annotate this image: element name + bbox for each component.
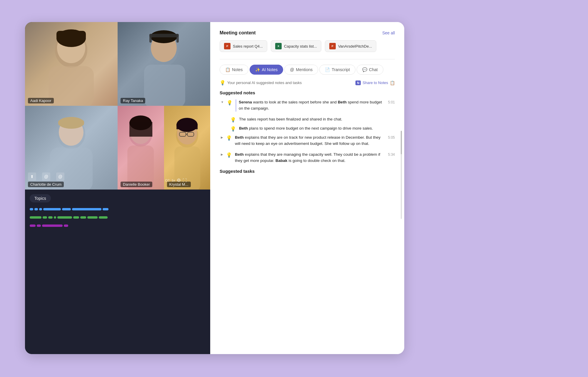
note-item-3: ▶ 💡 Beth explains that they are managing… [220, 152, 395, 164]
wave-segment [30, 208, 33, 210]
meeting-content-header: Meeting content See all [220, 30, 395, 36]
file-name-2: VanArsdelPitchDe... [338, 44, 372, 48]
tab-chat[interactable]: 💬 Chat [357, 65, 383, 75]
participant-silhouette-danielle [118, 106, 164, 190]
settings-icon[interactable]: ⚙ [177, 177, 181, 183]
tab-transcript[interactable]: 📄 Transcript [319, 65, 355, 75]
ai-notes-hint: 💡 Your personal AI suggested notes and t… [220, 80, 302, 86]
at-icon-2[interactable]: @ [56, 172, 64, 181]
svg-rect-1 [49, 66, 94, 106]
bulb-icon-3: 💡 [226, 152, 232, 158]
expand-icon-3[interactable]: ▶ [221, 153, 223, 156]
wave-segment [30, 224, 36, 227]
video-tile-krystal[interactable]: Krystal M... CC 1x ⚙ ⛶ [164, 106, 211, 190]
tab-chat-label: Chat [369, 67, 378, 72]
video-panel: Aadi Kapoor Ray Tanaka [25, 22, 210, 354]
meeting-content-title: Meeting content [220, 30, 256, 36]
note-text-3: Beth explains that they are managing the… [235, 152, 385, 164]
svg-rect-9 [149, 34, 179, 37]
wave-segment [43, 208, 61, 210]
note-text-2: Beth explains that they are on track for… [235, 135, 385, 147]
onenote-icon: N [355, 81, 361, 85]
wave-segment [43, 216, 47, 219]
video-grid: Aadi Kapoor Ray Tanaka [25, 22, 210, 190]
bulb-icon-2: 💡 [226, 135, 232, 141]
content-panel: Meeting content See all P Sales report Q… [210, 22, 404, 354]
waveform-row-blue [30, 207, 206, 211]
speed-label: 1x [171, 179, 175, 182]
svg-rect-10 [149, 34, 152, 43]
file-chip-0[interactable]: P Sales report Q4... [220, 40, 267, 52]
wave-segment [64, 224, 68, 227]
note-text-1-1: The sales report has been finalized and … [239, 116, 395, 123]
upload-icon[interactable]: ⬆ [28, 172, 36, 181]
video-tile-aadi[interactable]: Aadi Kapoor [25, 22, 118, 106]
topics-label: Topics [34, 196, 46, 201]
tab-ai-notes-label: AI Notes [262, 67, 278, 72]
notes-icon: 📋 [225, 67, 230, 72]
waveform-row-green [30, 215, 206, 220]
tab-ai-notes[interactable]: ✨ AI Notes [250, 65, 283, 75]
wave-segment [73, 216, 79, 219]
participant-name-aadi: Aadi Kapoor [28, 98, 54, 103]
note-item-1-1: 💡 The sales report has been finalized an… [220, 116, 395, 123]
fullscreen-icon[interactable]: ⛶ [183, 178, 187, 183]
note-time-3: 5:34 [388, 153, 395, 157]
ai-notes-hint-text: Your personal AI suggested notes and tas… [227, 81, 302, 85]
file-icon-xls-1: X [275, 43, 282, 49]
video-controls-area: Topics [25, 190, 210, 354]
wave-segment [39, 208, 42, 210]
wave-segment [57, 216, 72, 219]
wave-segment [80, 216, 86, 219]
wave-segment [30, 216, 41, 219]
video-tile-ray[interactable]: Ray Tanaka [118, 22, 210, 106]
file-name-1: Capacity stats list... [284, 44, 317, 48]
share-to-notes-label: Share to Notes [363, 81, 388, 85]
participant-name-danielle: Danielle Booker [121, 182, 152, 187]
files-row: P Sales report Q4... X Capacity stats li… [220, 40, 395, 52]
share-to-notes-button[interactable]: N Share to Notes 📋 [355, 81, 395, 85]
suggested-tasks-title: Suggested tasks [220, 169, 395, 174]
wave-segment [34, 208, 38, 210]
expand-icon-2[interactable]: ▶ [221, 136, 223, 139]
at-icon-1[interactable]: @ [42, 172, 50, 181]
tab-notes-label: Notes [232, 67, 243, 72]
video-tile-danielle[interactable]: Danielle Booker [118, 106, 164, 190]
divider [220, 59, 395, 59]
bulb-icon-1-2: 💡 [230, 126, 236, 132]
transcript-icon: 📄 [325, 67, 330, 72]
topics-bar[interactable]: Topics [30, 194, 51, 202]
participant-silhouette-ray [118, 22, 210, 106]
note-item-2: ▶ 💡 Beth explains that they are on track… [220, 135, 395, 147]
file-chip-1[interactable]: X Capacity stats list... [271, 40, 321, 52]
scrollbar-thumb[interactable] [401, 131, 402, 154]
file-chip-2[interactable]: P VanArsdelPitchDe... [325, 40, 376, 52]
note-text-1-2: Beth plans to spend more budget on the n… [239, 125, 395, 132]
participant-name-charlotte: Charlotte de Crum [28, 182, 64, 187]
svg-rect-4 [56, 31, 86, 40]
notes-scroll[interactable]: Suggested notes ▼ 💡 Serena wants to look… [220, 90, 395, 348]
see-all-link[interactable]: See all [382, 31, 395, 35]
note-time-2: 5:05 [388, 135, 395, 140]
tab-mentions[interactable]: @ Mentions [284, 65, 318, 75]
participant-silhouette-krystal [164, 106, 211, 190]
suggested-notes-title: Suggested notes [220, 90, 395, 95]
note-text-1: Serena wants to look at the sales report… [239, 100, 382, 110]
scrollbar-track [401, 131, 402, 219]
file-icon-ppt-2: P [329, 43, 336, 49]
mentions-icon: @ [290, 67, 294, 72]
note-group-1: ▼ 💡 Serena wants to look at the sales re… [220, 99, 395, 132]
tab-notes[interactable]: 📋 Notes [220, 65, 248, 75]
copy-icon: 📋 [390, 81, 395, 85]
bottom-controls-krystal: CC 1x ⚙ ⛶ [165, 177, 187, 183]
expand-icon-1[interactable]: ▼ [221, 100, 224, 104]
captions-icon[interactable]: CC [165, 179, 170, 182]
file-icon-ppt-0: P [224, 43, 230, 49]
wave-segment [103, 208, 108, 210]
svg-rect-21 [129, 122, 152, 137]
video-tile-charlotte[interactable]: Charlotte de Crum ⬆ @ @ [25, 106, 118, 190]
wave-segment [42, 224, 63, 227]
svg-rect-6 [144, 65, 185, 106]
wave-segment [99, 216, 108, 219]
file-name-0: Sales report Q4... [233, 44, 263, 48]
